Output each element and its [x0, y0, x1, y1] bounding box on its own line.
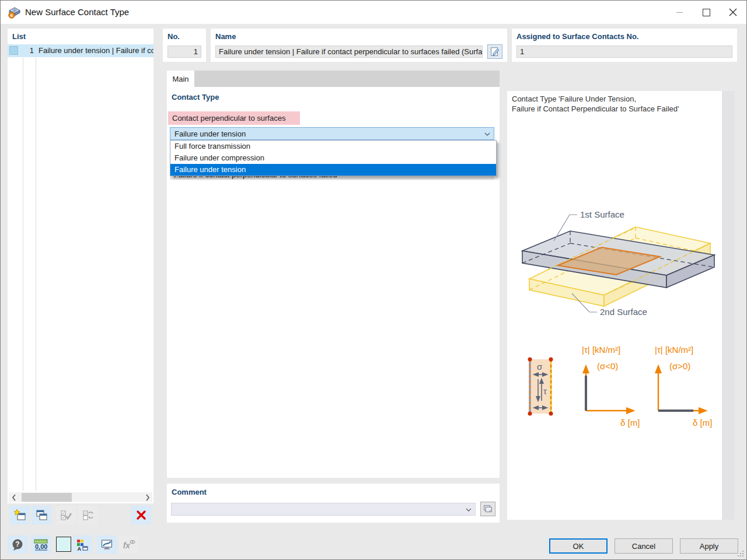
background-color-swatch-button[interactable] [56, 537, 71, 552]
graph-negative-xlabel: δ [m] [620, 418, 640, 428]
contact-type-heading: Contact Type [172, 93, 219, 102]
check-all-button [56, 506, 76, 524]
copy-item-button[interactable] [32, 506, 51, 524]
chevron-right-icon [145, 494, 150, 501]
minimize-button[interactable] [666, 1, 693, 24]
units-icon: 0,00 [33, 538, 48, 551]
close-icon [729, 8, 737, 16]
list-grid-line [23, 58, 23, 491]
maximize-button[interactable] [693, 1, 720, 24]
svg-text:0,00: 0,00 [35, 543, 47, 550]
formula-fx-icon: fx [121, 538, 137, 551]
horizontal-scrollbar[interactable] [9, 492, 152, 502]
chevron-down-icon [466, 508, 472, 512]
delete-item-button[interactable] [131, 506, 151, 524]
display-settings-button[interactable] [97, 536, 117, 554]
contact-type-description-line2: Failure if Contact Perpendicular to Surf… [512, 104, 679, 113]
list-grid-line [36, 58, 36, 491]
chevron-down-icon [484, 132, 490, 136]
assigned-field: 1 [516, 46, 732, 58]
delete-icon [135, 509, 148, 522]
comment-label: Comment [172, 488, 207, 496]
maximize-icon [703, 9, 710, 16]
graph-negative-condition: (σ<0) [597, 361, 618, 371]
dropdown-option[interactable]: Failure under compression [170, 152, 496, 164]
main-panel: Contact Type Contact perpendicular to su… [167, 87, 500, 478]
name-field[interactable]: Failure under tension | Failure if conta… [215, 46, 483, 58]
check-all-icon [60, 509, 72, 522]
list-item-number: 1 [23, 44, 34, 57]
name-label: Name [215, 32, 236, 41]
new-item-icon [13, 509, 26, 522]
cancel-button[interactable]: Cancel [615, 538, 673, 554]
no-field: 1 [167, 46, 201, 58]
tab-strip: Main [167, 71, 500, 87]
contact-type-combobox[interactable]: Failure under tension [170, 127, 494, 140]
sigma-symbol: σ [537, 362, 543, 372]
tab-main[interactable]: Main [167, 71, 194, 87]
svg-text:A: A [78, 546, 82, 551]
surface2-label: 2nd Surface [600, 307, 647, 317]
layered-windows-icon [482, 503, 494, 515]
resize-grip[interactable] [737, 550, 744, 557]
colors-fonts-icon: A [76, 538, 89, 551]
formula-button: fx [119, 536, 139, 554]
no-label: No. [167, 32, 180, 41]
toggle-selection-button [78, 506, 98, 524]
surface-contact-diagram: 1st Surface 2nd Surface [512, 208, 728, 323]
no-panel: No. 1 [163, 29, 206, 62]
apply-comment-to-all-button[interactable] [480, 502, 495, 516]
help-button[interactable]: ? [8, 536, 27, 554]
failure-mode-combobox-clipped[interactable]: Failure if contact perpendicular to surf… [170, 176, 494, 180]
dropdown-option-selected[interactable]: Failure under tension [170, 164, 496, 176]
scroll-left-button[interactable] [9, 492, 19, 502]
apply-button[interactable]: Apply [680, 538, 738, 554]
list-header: List [12, 32, 26, 41]
monitor-icon [100, 538, 113, 551]
colors-fonts-button[interactable]: A [72, 536, 92, 554]
scroll-right-button[interactable] [142, 492, 152, 502]
scrollbar-thumb[interactable] [22, 493, 72, 502]
graph-sigma-negative: |τ| [kN/m²] (σ<0) δ [m] [582, 345, 640, 428]
dialog-window: 6 New Surface Contact Type List 1 Failur… [0, 0, 747, 560]
close-button[interactable] [720, 1, 746, 24]
comment-panel: Comment [167, 484, 500, 523]
ok-button[interactable]: OK [549, 538, 608, 554]
combobox-value: Failure under tension [174, 130, 246, 138]
assigned-panel: Assigned to Surface Contacts No. 1 [512, 29, 737, 62]
graph-negative-ylabel: |τ| [kN/m²] [582, 345, 620, 355]
chevron-left-icon [12, 494, 16, 501]
edit-pencil-icon [489, 46, 501, 58]
svg-text:fx: fx [123, 540, 130, 550]
copy-item-icon [35, 509, 48, 522]
info-panel: Contact Type 'Failure Under Tension, Fai… [507, 91, 735, 520]
graph-positive-ylabel: |τ| [kN/m²] [655, 345, 693, 355]
graph-positive-xlabel: δ [m] [693, 418, 712, 428]
contact-type-dropdown-list: Full force transmission Failure under co… [170, 140, 497, 176]
list-item-label: Failure under tension | Failure if con [39, 44, 153, 57]
titlebar[interactable]: 6 New Surface Contact Type [1, 1, 746, 24]
contact-perpendicular-label: Contact perpendicular to surfaces [168, 111, 300, 125]
dropdown-option[interactable]: Full force transmission [170, 141, 496, 152]
contact-type-description-line1: Contact Type 'Failure Under Tension, [512, 94, 636, 103]
window-title: New Surface Contact Type [25, 7, 129, 17]
surface1-label: 1st Surface [580, 209, 624, 219]
contact-layer-schematic: σ τ [528, 358, 553, 416]
list-panel: List 1 Failure under tension | Failure i… [8, 29, 153, 503]
comment-combobox[interactable] [171, 503, 476, 516]
minimize-icon [676, 12, 683, 13]
app-icon-badge: 6 [11, 13, 13, 18]
rename-button[interactable] [487, 44, 502, 59]
toggle-selection-icon [82, 509, 95, 522]
app-icon: 6 [8, 5, 22, 19]
assigned-label: Assigned to Surface Contacts No. [516, 32, 638, 41]
new-item-button[interactable] [10, 506, 30, 524]
color-swatch [9, 46, 18, 55]
name-panel: Name Failure under tension | Failure if … [211, 29, 507, 62]
graph-positive-condition: (σ>0) [669, 361, 690, 371]
list-item[interactable]: 1 Failure under tension | Failure if con [8, 44, 153, 57]
units-settings-button[interactable]: 0,00 [31, 536, 51, 554]
help-icon: ? [11, 538, 24, 551]
svg-text:?: ? [15, 540, 19, 548]
contact-stiffness-graphs: σ τ |τ| [kN/m²] (σ<0) δ [m] [512, 342, 728, 440]
